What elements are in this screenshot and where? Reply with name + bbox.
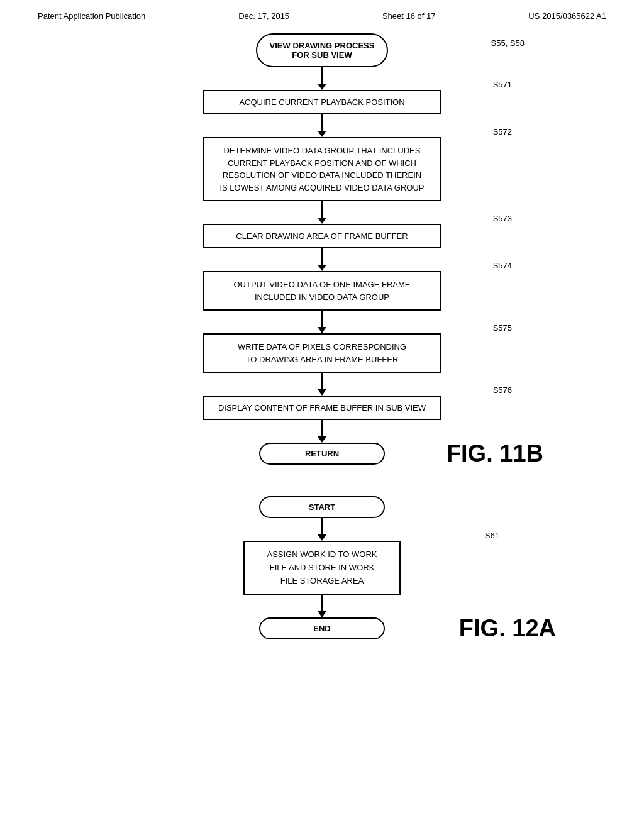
step-s572-box: DETERMINE VIDEO DATA GROUP THAT INCLUDES… [203, 137, 441, 201]
fig12a-flowchart: START ASSIGN WORK ID TO WORK FILE AND ST… [38, 496, 606, 639]
header-right: US 2015/0365622 A1 [528, 11, 606, 21]
fc-step-s571: ACQUIRE CURRENT PLAYBACK POSITION S571 [38, 90, 606, 137]
step-s571-box: ACQUIRE CURRENT PLAYBACK POSITION [203, 90, 441, 114]
fc-step-s573: CLEAR DRAWING AREA OF FRAME BUFFER S573 [38, 224, 606, 271]
start12a-terminal: START [259, 496, 385, 518]
fc-step-s576: DISPLAY CONTENT OF FRAME BUFFER IN SUB V… [38, 396, 606, 443]
step-s573-id: S573 [493, 214, 512, 223]
fc-step-s572: DETERMINE VIDEO DATA GROUP THAT INCLUDES… [38, 137, 606, 224]
fc-return-row: RETURN FIG. 11B [38, 443, 606, 465]
step-s576-box: DISPLAY CONTENT OF FRAME BUFFER IN SUB V… [203, 396, 441, 420]
step-s575-id: S575 [493, 323, 512, 333]
step-s573-box: CLEAR DRAWING AREA OF FRAME BUFFER [203, 224, 441, 248]
fig12a-label: FIG. 12A [459, 615, 556, 642]
fc-step-start12a: START [38, 496, 606, 541]
fc-step-s575: WRITE DATA OF PIXELS CORRESPONDING TO DR… [38, 333, 606, 396]
step-s576-id: S576 [493, 385, 512, 395]
step-s61-id: S61 [485, 531, 499, 540]
fc-step-s61: ASSIGN WORK ID TO WORK FILE AND STORE IN… [38, 541, 606, 617]
step-s574-box: OUTPUT VIDEO DATA OF ONE IMAGE FRAME INC… [203, 271, 441, 311]
fc-end-row: END FIG. 12A [38, 617, 606, 639]
diagram-container: VIEW DRAWING PROCESSFOR SUB VIEW S55, S5… [0, 27, 644, 646]
step-s571-id: S571 [493, 80, 512, 89]
fig11b-label: FIG. 11B [447, 440, 543, 467]
header-left: Patent Application Publication [38, 11, 145, 21]
page-header: Patent Application Publication Dec. 17, … [0, 0, 644, 27]
step-s575-box: WRITE DATA OF PIXELS CORRESPONDING TO DR… [203, 333, 441, 373]
step-s572-id: S572 [493, 127, 512, 136]
header-center: Dec. 17, 2015 [238, 11, 289, 21]
start-ref-label: S55, S58 [491, 38, 525, 48]
fc-step-start: VIEW DRAWING PROCESSFOR SUB VIEW S55, S5… [38, 33, 606, 90]
step-s61-box: ASSIGN WORK ID TO WORK FILE AND STORE IN… [243, 541, 401, 595]
header-sheet: Sheet 16 of 17 [382, 11, 436, 21]
start-oval: VIEW DRAWING PROCESSFOR SUB VIEW [256, 33, 389, 67]
return-terminal: RETURN [259, 443, 385, 465]
step-s574-id: S574 [493, 261, 512, 270]
fc-step-s574: OUTPUT VIDEO DATA OF ONE IMAGE FRAME INC… [38, 271, 606, 333]
fig11b-flowchart: VIEW DRAWING PROCESSFOR SUB VIEW S55, S5… [38, 33, 606, 465]
end12a-terminal: END [259, 617, 385, 639]
